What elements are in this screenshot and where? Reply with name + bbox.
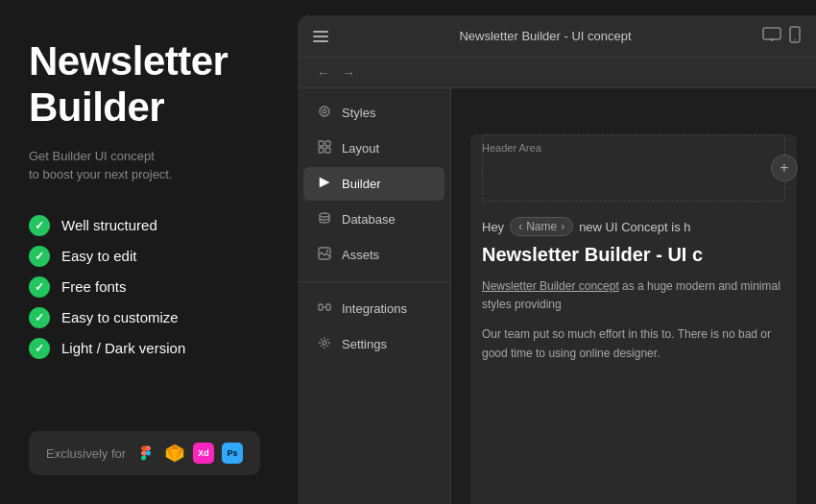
sidebar-label-integrations: Integrations	[342, 301, 407, 316]
svg-point-11	[323, 109, 326, 113]
check-icon	[29, 246, 50, 267]
sidebar-label-styles: Styles	[342, 106, 375, 120]
app-window: Newsletter Builder - UI concept ← → Styl…	[298, 15, 816, 504]
svg-marker-16	[320, 178, 329, 187]
exclusively-label: Exclusively for	[46, 446, 126, 461]
sidebar-item-builder[interactable]: Builder	[303, 167, 444, 201]
sidebar-label-settings: Settings	[342, 337, 387, 351]
svg-point-10	[320, 107, 329, 116]
sidebar: Styles Layout Builder Database	[298, 88, 451, 504]
sidebar-item-layout[interactable]: Layout	[303, 132, 444, 165]
assets-icon	[317, 247, 332, 263]
svg-point-19	[326, 250, 328, 252]
canvas-area: Header Area + Hey ‹ Name › new UI Concep…	[451, 88, 816, 504]
hamburger-button[interactable]	[313, 31, 328, 42]
exclusively-bar: Exclusively for Xd	[29, 431, 260, 475]
titlebar: Newsletter Builder - UI concept	[298, 15, 816, 58]
feature-easy-edit: Easy to edit	[29, 246, 269, 267]
svg-rect-13	[325, 141, 330, 146]
sidebar-divider	[298, 281, 450, 282]
styles-icon	[317, 105, 332, 121]
nav-bar: ← →	[298, 58, 816, 88]
svg-rect-20	[319, 304, 323, 310]
svg-point-17	[320, 213, 329, 217]
svg-rect-21	[326, 304, 330, 310]
sidebar-label-layout: Layout	[342, 141, 379, 156]
sidebar-label-builder: Builder	[342, 177, 380, 191]
forward-button[interactable]: →	[338, 63, 359, 83]
feature-label: Easy to edit	[61, 248, 136, 264]
desktop-icon[interactable]	[762, 27, 781, 46]
check-icon	[29, 276, 50, 298]
layout-icon	[317, 140, 332, 156]
feature-label: Well structured	[61, 217, 157, 233]
sidebar-item-assets[interactable]: Assets	[303, 238, 444, 272]
greeting-row: Hey ‹ Name › new UI Concept is h	[482, 217, 785, 236]
email-body-paragraph1: Newsletter Builder concept as a huge mod…	[482, 277, 785, 314]
left-panel: Newsletter Builder Get Builder UI concep…	[0, 0, 298, 504]
header-placeholder: +	[482, 134, 785, 202]
svg-rect-12	[319, 141, 324, 146]
check-icon	[29, 307, 50, 328]
integrations-icon	[317, 300, 332, 317]
back-button[interactable]: ←	[313, 63, 334, 83]
name-tag-prefix: ‹	[518, 220, 522, 233]
ps-icon: Ps	[222, 443, 243, 464]
feature-label: Easy to customize	[61, 309, 179, 325]
greeting-suffix: new UI Concept is h	[579, 220, 690, 234]
xd-icon: Xd	[193, 443, 214, 464]
greeting-text: Hey	[482, 220, 504, 234]
sidebar-item-styles[interactable]: Styles	[303, 96, 444, 130]
check-icon	[29, 338, 50, 359]
email-heading: Newsletter Builder - UI c	[482, 244, 785, 266]
sidebar-item-database[interactable]: Database	[303, 203, 444, 236]
mobile-icon[interactable]	[789, 26, 801, 47]
sidebar-label-assets: Assets	[342, 248, 379, 262]
database-icon	[317, 211, 332, 228]
canvas-inner: Header Area + Hey ‹ Name › new UI Concep…	[470, 134, 797, 504]
sidebar-item-integrations[interactable]: Integrations	[303, 292, 444, 325]
check-icon	[29, 215, 50, 236]
titlebar-icons	[762, 26, 801, 47]
titlebar-title: Newsletter Builder - UI concept	[340, 29, 751, 43]
svg-point-9	[794, 38, 796, 40]
features-list: Well structured Easy to edit Free fonts …	[29, 215, 269, 359]
svg-rect-15	[325, 148, 330, 153]
email-body-paragraph2: Our team put so much effort in this to. …	[482, 325, 785, 362]
sidebar-label-database: Database	[342, 212, 396, 227]
feature-free-fonts: Free fonts	[29, 276, 269, 298]
main-area: Styles Layout Builder Database	[298, 88, 816, 504]
feature-easy-customize: Easy to customize	[29, 307, 269, 328]
feature-label: Free fonts	[61, 278, 127, 295]
sketch-icon	[164, 443, 185, 464]
builder-icon	[317, 176, 332, 192]
name-tag[interactable]: ‹ Name ›	[510, 217, 573, 236]
feature-light-dark: Light / Dark version	[29, 338, 269, 359]
sidebar-item-settings[interactable]: Settings	[303, 327, 444, 361]
tool-icons: Xd Ps	[135, 443, 243, 464]
email-content: Hey ‹ Name › new UI Concept is h Newslet…	[470, 202, 797, 386]
feature-label: Light / Dark version	[61, 340, 185, 356]
subtitle: Get Builder UI concept to boost your nex…	[29, 147, 269, 184]
name-tag-suffix: ›	[561, 220, 564, 233]
name-tag-value: Name	[526, 220, 557, 233]
figma-icon	[135, 443, 156, 464]
svg-point-23	[323, 341, 326, 345]
left-content: Newsletter Builder Get Builder UI concep…	[29, 38, 269, 359]
settings-icon	[317, 336, 332, 352]
main-title: Newsletter Builder	[29, 38, 269, 132]
newsletter-link[interactable]: Newsletter Builder concept	[482, 279, 619, 293]
add-section-button[interactable]: +	[771, 155, 798, 181]
svg-rect-14	[319, 148, 324, 153]
feature-well-structured: Well structured	[29, 215, 269, 236]
svg-rect-5	[763, 28, 780, 39]
